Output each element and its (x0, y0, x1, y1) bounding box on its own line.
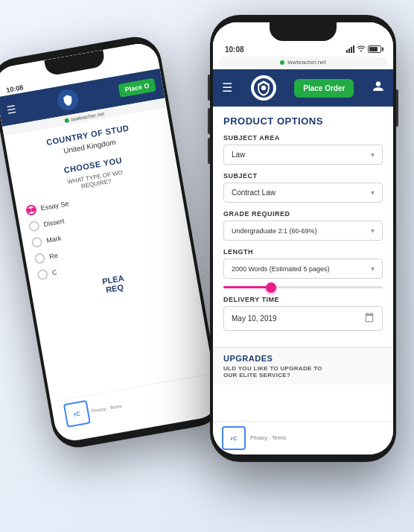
recaptcha-text: Privacy - Terms (250, 434, 286, 441)
slider-thumb[interactable] (266, 282, 276, 293)
back-phone: 10:08 ☰ Place O lawteacher.net COUNTRY O… (0, 33, 225, 452)
radio-circle-c[interactable] (36, 268, 48, 280)
front-url-bar: lawteacher.net (219, 57, 387, 68)
back-logo (56, 88, 80, 112)
logo-icon (251, 75, 276, 101)
radio-circle-re[interactable] (34, 253, 45, 265)
front-content: PRODUCT OPTIONS SUBJECT AREA Law ▾ SUBJE… (213, 107, 393, 347)
subject-area-select[interactable]: Law ▾ (223, 145, 383, 165)
radio-re-label: Re (48, 252, 58, 261)
subject-area-value: Law (232, 151, 245, 159)
back-recaptcha: rC Privacy · Terms (57, 374, 213, 432)
user-profile-icon[interactable] (372, 80, 384, 95)
place-order-button[interactable]: Place Order (294, 79, 354, 98)
grade-select[interactable]: Undergraduate 2:1 (60-69%) ▾ (223, 221, 383, 241)
subject-label: SUBJECT (223, 172, 383, 180)
calendar-icon[interactable] (364, 312, 375, 325)
grade-value: Undergraduate 2:1 (60-69%) (232, 227, 317, 235)
length-value: 2000 Words (Estimated 5 pages) (232, 265, 329, 273)
subject-chevron-icon: ▾ (371, 189, 375, 197)
battery-icon (368, 45, 381, 53)
delivery-date-value: May 10, 2019 (232, 314, 277, 323)
radio-circle-dissertation[interactable] (28, 220, 40, 232)
front-nav: ☰ Place Order (213, 69, 393, 107)
recaptcha-icon: rC (222, 426, 246, 450)
upgrades-section: UPGRADES ULD YOU LIKE TO UPGRADE TO OUR … (213, 347, 393, 384)
delivery-label: DELIVERY TIME (223, 296, 383, 303)
subject-area-chevron-icon: ▾ (371, 151, 375, 159)
radio-mark-label: Mark (46, 235, 62, 244)
length-select[interactable]: 2000 Words (Estimated 5 pages) ▾ (223, 259, 383, 279)
front-phone: 10:08 lawteacher.net ☰ (210, 15, 396, 462)
length-label: LENGTH (223, 248, 383, 256)
svg-point-1 (261, 86, 266, 91)
front-notch (270, 22, 337, 41)
length-chevron-icon: ▾ (371, 265, 375, 273)
url-text: lawteacher.net (287, 59, 326, 66)
back-secure-dot (64, 118, 69, 123)
secure-icon (280, 60, 284, 65)
signal-bars-icon (346, 45, 354, 53)
delivery-date-input[interactable]: May 10, 2019 (223, 306, 383, 331)
back-recaptcha-text: Privacy · Terms (92, 404, 122, 414)
front-time: 10:08 (225, 45, 244, 54)
nav-logo (251, 75, 276, 101)
subject-select[interactable]: Contract Law ▾ (223, 183, 383, 203)
status-icons (346, 45, 381, 54)
upgrades-title: UPGRADES (223, 354, 383, 363)
upgrades-subtitle: ULD YOU LIKE TO UPGRADE TO OUR ELITE SER… (223, 365, 383, 379)
back-recaptcha-badge: rC (63, 400, 91, 428)
grade-chevron-icon: ▾ (371, 227, 375, 235)
subject-area-label: SUBJECT AREA (223, 134, 383, 142)
menu-icon[interactable]: ☰ (222, 82, 232, 94)
length-slider[interactable] (223, 286, 383, 288)
radio-essay-label: Essay Se (40, 200, 69, 212)
radio-c-label: C (51, 268, 57, 276)
recaptcha-bar: rC Privacy - Terms (213, 421, 393, 455)
slider-track (223, 286, 383, 288)
product-options-title: PRODUCT OPTIONS (223, 115, 383, 127)
subject-value: Contract Law (232, 189, 276, 197)
back-place-order-button[interactable]: Place O (118, 78, 156, 98)
grade-label: GRADE REQUIRED (223, 210, 383, 218)
radio-circle-mark[interactable] (31, 236, 43, 248)
back-menu-icon[interactable]: ☰ (6, 103, 18, 116)
radio-circle-essay[interactable] (25, 204, 37, 216)
slider-fill (223, 286, 271, 288)
radio-dissertation-label: Dissert (43, 218, 65, 229)
wifi-icon (357, 45, 366, 54)
